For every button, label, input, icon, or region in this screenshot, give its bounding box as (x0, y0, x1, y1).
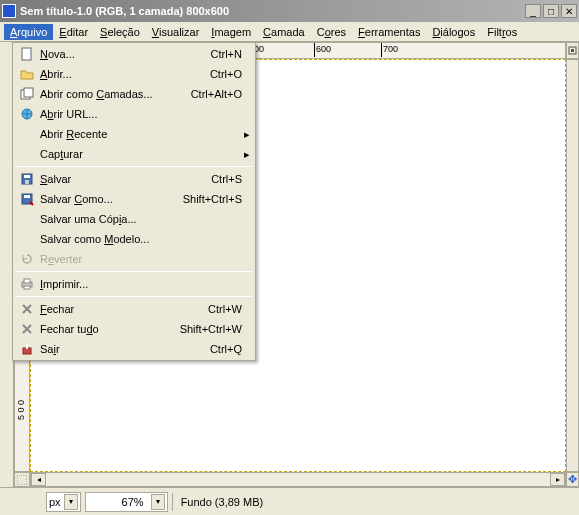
menu-item[interactable]: Capturar▸ (14, 144, 254, 164)
saveas-icon (18, 191, 36, 207)
menu-item-label: Abrir Recente (40, 128, 242, 140)
menu-seleção[interactable]: Seleção (94, 24, 146, 40)
menu-shortcut: Ctrl+Alt+O (191, 88, 242, 100)
menu-item[interactable]: Salvar uma Cópia... (14, 209, 254, 229)
menu-item-label: Capturar (40, 148, 242, 160)
menu-shortcut: Shift+Ctrl+S (183, 193, 242, 205)
navigate-button[interactable]: ✥ (566, 472, 579, 487)
ruler-tick: 700 (383, 44, 398, 54)
svg-rect-9 (25, 180, 29, 184)
menu-item-label: Salvar Como... (40, 193, 183, 205)
menu-bar: ArquivoEditarSeleçãoVisualizarImagemCama… (0, 22, 579, 42)
menu-item[interactable]: SairCtrl+Q (14, 339, 254, 359)
scroll-track[interactable] (46, 473, 550, 486)
submenu-arrow-icon: ▸ (242, 128, 250, 141)
blank-icon (18, 231, 36, 247)
menu-item[interactable]: Abrir como Camadas...Ctrl+Alt+O (14, 84, 254, 104)
blank-icon (18, 211, 36, 227)
menu-ferramentas[interactable]: Ferramentas (352, 24, 426, 40)
revert-icon (18, 251, 36, 267)
menu-separator (15, 271, 253, 272)
menu-filtros[interactable]: Filtros (481, 24, 523, 40)
layers-icon (18, 86, 36, 102)
minimize-button[interactable]: _ (525, 4, 541, 18)
svg-rect-11 (24, 195, 30, 198)
open-icon (18, 66, 36, 82)
menu-item-label: Abrir URL... (40, 108, 242, 120)
svg-rect-5 (24, 88, 33, 97)
menu-item-label: Imprimir... (40, 278, 242, 290)
close-icon (18, 321, 36, 337)
print-icon (18, 276, 36, 292)
svg-rect-14 (24, 286, 30, 289)
zoom-selector[interactable]: 67% ▾ (85, 492, 168, 512)
menu-cores[interactable]: Cores (311, 24, 352, 40)
svg-rect-8 (24, 175, 30, 178)
menu-item[interactable]: Abrir Recente▸ (14, 124, 254, 144)
menu-item-label: Abrir como Camadas... (40, 88, 191, 100)
close-window-button[interactable]: ✕ (561, 4, 577, 18)
blank-icon (18, 126, 36, 142)
menu-shortcut: Ctrl+Q (210, 343, 242, 355)
menu-item[interactable]: Imprimir... (14, 274, 254, 294)
menu-diálogos[interactable]: Diálogos (426, 24, 481, 40)
menu-item-label: Fechar (40, 303, 208, 315)
maximize-button[interactable]: □ (543, 4, 559, 18)
menu-item-label: Reverter (40, 253, 242, 265)
menu-item[interactable]: FecharCtrl+W (14, 299, 254, 319)
menu-item[interactable]: Abrir...Ctrl+O (14, 64, 254, 84)
menu-item-label: Abrir... (40, 68, 210, 80)
quit-icon (18, 341, 36, 357)
svg-rect-13 (24, 279, 30, 283)
window-title: Sem título-1.0 (RGB, 1 camada) 800x600 (20, 5, 523, 17)
status-text: Fundo (3,89 MB) (172, 493, 573, 511)
svg-rect-1 (571, 49, 574, 52)
scrollbar-vertical[interactable] (566, 59, 579, 472)
menu-item: Reverter (14, 249, 254, 269)
blank-icon (18, 146, 36, 162)
menu-separator (15, 166, 253, 167)
zoom-fit-button[interactable] (566, 42, 579, 59)
menu-item[interactable]: Abrir URL... (14, 104, 254, 124)
submenu-arrow-icon: ▸ (242, 148, 250, 161)
menu-item-label: Salvar como Modelo... (40, 233, 242, 245)
ruler-tick: 600 (316, 44, 331, 54)
svg-rect-2 (17, 475, 27, 485)
menu-item-label: Salvar (40, 173, 211, 185)
scroll-left-button[interactable]: ◂ (31, 473, 46, 486)
menu-camada[interactable]: Camada (257, 24, 311, 40)
menu-imagem[interactable]: Imagem (205, 24, 257, 40)
menu-visualizar[interactable]: Visualizar (146, 24, 206, 40)
menu-shortcut: Ctrl+S (211, 173, 242, 185)
dropdown-arrow-icon: ▾ (151, 494, 165, 510)
quick-mask-button[interactable] (14, 472, 30, 487)
scrollbar-horizontal[interactable]: ◂ ▸ (30, 472, 566, 487)
menu-editar[interactable]: Editar (53, 24, 94, 40)
ruler-tick: 5 0 0 (16, 400, 26, 420)
menu-item[interactable]: Salvar Como...Shift+Ctrl+S (14, 189, 254, 209)
menu-item[interactable]: Fechar tudoShift+Ctrl+W (14, 319, 254, 339)
svg-rect-3 (22, 48, 31, 60)
url-icon (18, 106, 36, 122)
dropdown-arrow-icon: ▾ (64, 494, 78, 510)
menu-item[interactable]: Nova...Ctrl+N (14, 44, 254, 64)
scroll-right-button[interactable]: ▸ (550, 473, 565, 486)
file-menu-dropdown: Nova...Ctrl+NAbrir...Ctrl+OAbrir como Ca… (12, 42, 256, 361)
menu-item-label: Sair (40, 343, 210, 355)
app-icon (2, 4, 16, 18)
menu-item-label: Fechar tudo (40, 323, 180, 335)
menu-item-label: Salvar uma Cópia... (40, 213, 242, 225)
menu-item-label: Nova... (40, 48, 211, 60)
save-icon (18, 171, 36, 187)
menu-item[interactable]: Salvar como Modelo... (14, 229, 254, 249)
menu-shortcut: Ctrl+O (210, 68, 242, 80)
menu-shortcut: Ctrl+N (211, 48, 242, 60)
menu-arquivo[interactable]: Arquivo (4, 24, 53, 40)
new-icon (18, 46, 36, 62)
title-bar: Sem título-1.0 (RGB, 1 camada) 800x600 _… (0, 0, 579, 22)
zoom-value: 67% (88, 496, 148, 508)
unit-value: px (49, 496, 61, 508)
menu-item[interactable]: SalvarCtrl+S (14, 169, 254, 189)
menu-shortcut: Ctrl+W (208, 303, 242, 315)
unit-selector[interactable]: px ▾ (46, 492, 81, 512)
